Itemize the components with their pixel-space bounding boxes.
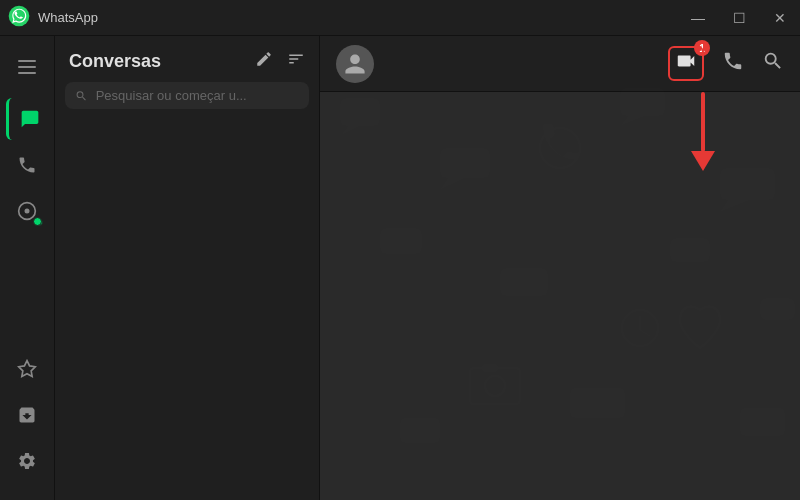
sidebar-top <box>6 46 48 348</box>
chat-icon <box>20 109 40 129</box>
conversations-header: Conversas <box>55 36 319 82</box>
status-icon <box>17 201 37 221</box>
archive-icon <box>17 405 37 425</box>
calls-icon <box>17 155 37 175</box>
sidebar-item-archived[interactable] <box>6 394 48 436</box>
minimize-button[interactable]: — <box>685 8 711 28</box>
svg-marker-11 <box>720 200 750 212</box>
svg-line-25 <box>640 330 650 336</box>
svg-point-18 <box>485 376 505 396</box>
svg-marker-9 <box>620 116 645 126</box>
sidebar-bottom <box>6 348 48 482</box>
search-icon <box>75 89 88 103</box>
svg-rect-8 <box>620 88 665 116</box>
svg-rect-13 <box>500 268 548 296</box>
svg-point-0 <box>9 5 30 26</box>
sidebar-item-calls[interactable] <box>6 144 48 186</box>
filter-button[interactable] <box>287 50 305 72</box>
svg-marker-3 <box>19 361 36 377</box>
conversations-panel: Conversas <box>55 36 320 500</box>
svg-point-2 <box>25 209 30 214</box>
new-chat-button[interactable] <box>255 50 273 72</box>
whatsapp-logo <box>8 5 30 31</box>
svg-rect-17 <box>470 368 520 404</box>
sidebar-item-starred[interactable] <box>6 348 48 390</box>
window-controls: — ☐ ✕ <box>685 8 792 28</box>
svg-rect-15 <box>760 298 795 320</box>
sidebar-item-chats[interactable] <box>6 98 48 140</box>
title-bar-left: WhatsApp <box>8 5 98 31</box>
sidebar-item-status[interactable] <box>6 190 48 232</box>
svg-rect-19 <box>482 364 498 372</box>
conversations-title: Conversas <box>69 51 161 72</box>
hamburger-menu-button[interactable] <box>6 46 48 88</box>
tutorial-arrow <box>691 92 715 171</box>
icon-sidebar <box>0 36 55 500</box>
settings-icon <box>17 451 37 471</box>
search-bar <box>65 82 309 109</box>
search-input[interactable] <box>96 88 299 103</box>
close-button[interactable]: ✕ <box>768 8 792 28</box>
title-bar: WhatsApp — ☐ ✕ <box>0 0 800 36</box>
svg-rect-21 <box>570 388 625 418</box>
edit-icon <box>255 50 273 68</box>
main-layout: Conversas <box>0 36 800 500</box>
sidebar-item-settings[interactable] <box>6 440 48 482</box>
status-dot <box>36 219 43 226</box>
svg-rect-6 <box>440 148 490 178</box>
svg-rect-10 <box>720 168 775 200</box>
svg-marker-7 <box>440 178 465 190</box>
app-title: WhatsApp <box>38 10 98 25</box>
svg-rect-12 <box>380 228 422 254</box>
star-icon <box>17 359 37 379</box>
svg-rect-4 <box>340 98 380 126</box>
filter-icon <box>287 50 305 68</box>
main-content-area: 1 <box>320 36 800 500</box>
svg-marker-5 <box>340 126 360 136</box>
maximize-button[interactable]: ☐ <box>727 8 752 28</box>
svg-rect-20 <box>400 418 440 443</box>
chat-background-pattern <box>320 36 800 500</box>
conversations-header-icons <box>255 50 305 72</box>
svg-rect-22 <box>740 408 785 436</box>
svg-rect-14 <box>670 238 710 262</box>
